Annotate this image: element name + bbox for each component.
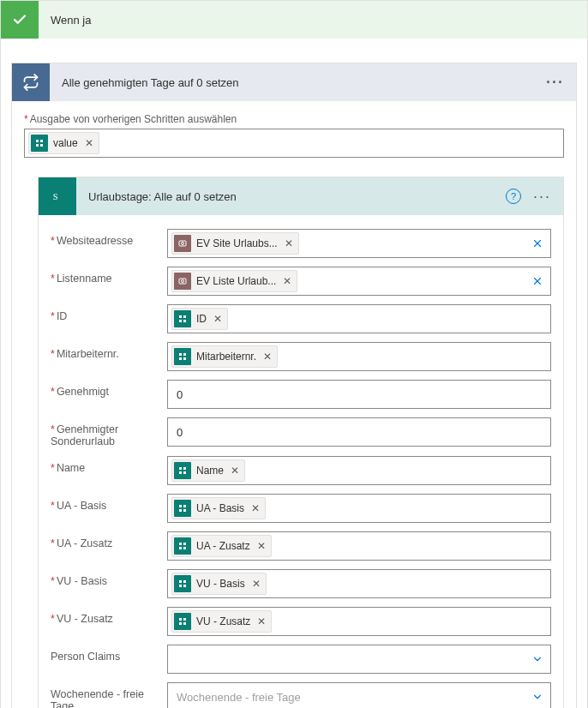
field-control: 0 xyxy=(167,417,551,447)
sharepoint-icon xyxy=(174,613,191,630)
loop-select-input[interactable]: value ✕ xyxy=(24,129,564,158)
field-label: Wochenende - freie Tage xyxy=(51,682,167,708)
token-label: UA - Basis xyxy=(196,502,244,514)
token-remove-icon[interactable]: ✕ xyxy=(281,275,293,287)
token-remove-icon[interactable]: ✕ xyxy=(249,502,261,514)
token-label: VU - Basis xyxy=(196,578,245,590)
field-control: EV Liste Urlaub...✕ xyxy=(167,267,551,296)
action-card: S Urlaubstage: Alle auf 0 setzen ? ··· W… xyxy=(38,177,564,708)
condition-body: Alle genehmigten Tage auf 0 setzen ··· A… xyxy=(1,39,587,708)
chevron-down-icon[interactable] xyxy=(531,653,543,665)
loop-select-label: Ausgabe von vorherigen Schritten auswähl… xyxy=(24,113,564,125)
field-input[interactable]: Wochenende - freie Tage xyxy=(167,682,551,708)
condition-branch-header[interactable]: Wenn ja xyxy=(1,1,587,39)
token-remove-icon[interactable]: ✕ xyxy=(212,313,224,325)
form-row: VU - ZusatzVU - Zusatz✕ xyxy=(51,607,551,636)
field-control: VU - Basis✕ xyxy=(167,569,551,598)
field-input[interactable]: 0 xyxy=(167,380,551,409)
dynamic-token[interactable]: EV Site Urlaubs...✕ xyxy=(171,232,299,255)
form-row: Mitarbeiternr.Mitarbeiternr.✕ xyxy=(51,342,551,371)
action-header[interactable]: S Urlaubstage: Alle auf 0 setzen ? ··· xyxy=(39,177,563,215)
svg-point-6 xyxy=(182,280,184,283)
action-more-button[interactable]: ··· xyxy=(533,192,551,201)
field-input[interactable]: EV Liste Urlaub...✕ xyxy=(167,267,551,296)
action-body: WebsiteadresseEV Site Urlaubs...✕Listenn… xyxy=(39,215,563,708)
token-remove-icon[interactable]: ✕ xyxy=(229,465,241,477)
token-remove-icon[interactable]: ✕ xyxy=(283,237,295,249)
token-label: EV Site Urlaubs... xyxy=(196,237,278,249)
dynamic-token[interactable]: VU - Zusatz✕ xyxy=(171,610,272,633)
field-input[interactable] xyxy=(167,645,551,674)
condition-branch-card: Wenn ja Alle genehmigten Tage auf 0 setz… xyxy=(0,0,588,708)
dynamic-token[interactable]: Name✕ xyxy=(171,459,245,482)
field-input[interactable]: VU - Zusatz✕ xyxy=(167,607,551,636)
field-control: EV Site Urlaubs...✕ xyxy=(167,229,551,258)
form-row: Person Claims xyxy=(51,645,551,674)
dynamic-token[interactable]: EV Liste Urlaub...✕ xyxy=(171,270,297,292)
field-placeholder: Wochenende - freie Tage xyxy=(171,691,301,704)
help-icon[interactable]: ? xyxy=(506,189,521,204)
form-row: Wochenende - freie TageWochenende - frei… xyxy=(51,682,551,708)
environment-variable-icon xyxy=(174,235,191,252)
token-label: VU - Zusatz xyxy=(196,615,250,627)
clear-icon[interactable] xyxy=(531,237,543,249)
form-row: NameName✕ xyxy=(51,456,551,485)
field-label: UA - Basis xyxy=(51,494,167,512)
field-input[interactable]: Name✕ xyxy=(167,456,551,485)
token-remove-icon[interactable]: ✕ xyxy=(261,351,273,363)
token-remove-icon[interactable]: ✕ xyxy=(255,615,267,627)
clear-icon[interactable] xyxy=(531,275,543,287)
field-input[interactable]: UA - Zusatz✕ xyxy=(167,531,551,561)
form-row: ListennameEV Liste Urlaub...✕ xyxy=(51,267,551,296)
sharepoint-icon xyxy=(174,537,191,555)
action-header-actions: ? ··· xyxy=(506,189,563,204)
token-label: UA - Zusatz xyxy=(196,540,250,552)
field-value: 0 xyxy=(171,426,183,439)
field-label: Listenname xyxy=(51,267,167,285)
field-control xyxy=(167,645,551,674)
field-input[interactable]: VU - Basis✕ xyxy=(167,569,551,598)
field-input[interactable]: 0 xyxy=(167,417,551,447)
token-remove-icon[interactable]: ✕ xyxy=(83,137,95,149)
sharepoint-icon xyxy=(174,462,191,479)
token-label: ID xyxy=(196,313,207,325)
field-control: Name✕ xyxy=(167,456,551,485)
token-remove-icon[interactable]: ✕ xyxy=(250,578,262,590)
field-input[interactable]: EV Site Urlaubs...✕ xyxy=(167,229,551,258)
dynamic-token[interactable]: Mitarbeiternr.✕ xyxy=(171,345,278,368)
form-row: UA - BasisUA - Basis✕ xyxy=(51,494,551,523)
field-label: Name xyxy=(51,456,167,474)
field-label: VU - Zusatz xyxy=(51,607,167,625)
token-value[interactable]: value ✕ xyxy=(28,132,99,154)
loop-card: Alle genehmigten Tage auf 0 setzen ··· A… xyxy=(11,63,577,708)
field-input[interactable]: ID✕ xyxy=(167,304,551,333)
field-value: 0 xyxy=(171,388,183,401)
token-label: Name xyxy=(196,465,224,477)
field-control: UA - Zusatz✕ xyxy=(167,531,551,561)
field-control: Wochenende - freie Tage xyxy=(167,682,551,708)
token-remove-icon[interactable]: ✕ xyxy=(255,540,267,552)
field-control: VU - Zusatz✕ xyxy=(167,607,551,636)
dynamic-token[interactable]: UA - Zusatz✕ xyxy=(171,535,272,557)
dynamic-token[interactable]: VU - Basis✕ xyxy=(171,573,267,595)
field-label: Genehmigt xyxy=(51,380,167,398)
condition-branch-title: Wenn ja xyxy=(39,14,103,27)
field-label: VU - Basis xyxy=(51,569,167,587)
dynamic-token[interactable]: ID✕ xyxy=(171,308,228,330)
field-label: Mitarbeiternr. xyxy=(51,342,167,360)
dynamic-token[interactable]: UA - Basis✕ xyxy=(171,497,266,519)
form-row: Genehmigter Sonderurlaub0 xyxy=(51,417,551,447)
loop-header[interactable]: Alle genehmigten Tage auf 0 setzen ··· xyxy=(12,63,576,101)
field-label: Websiteadresse xyxy=(51,229,167,247)
loop-more-button[interactable]: ··· xyxy=(546,78,576,87)
field-input[interactable]: Mitarbeiternr.✕ xyxy=(167,342,551,371)
svg-text:S: S xyxy=(53,192,58,201)
field-label: UA - Zusatz xyxy=(51,531,167,549)
token-label: value xyxy=(53,137,78,149)
chevron-down-icon[interactable] xyxy=(531,691,543,703)
sharepoint-icon xyxy=(174,575,191,592)
field-input[interactable]: UA - Basis✕ xyxy=(167,494,551,523)
svg-point-2 xyxy=(182,243,184,245)
field-label: ID xyxy=(51,304,167,322)
field-label: Person Claims xyxy=(51,645,167,663)
